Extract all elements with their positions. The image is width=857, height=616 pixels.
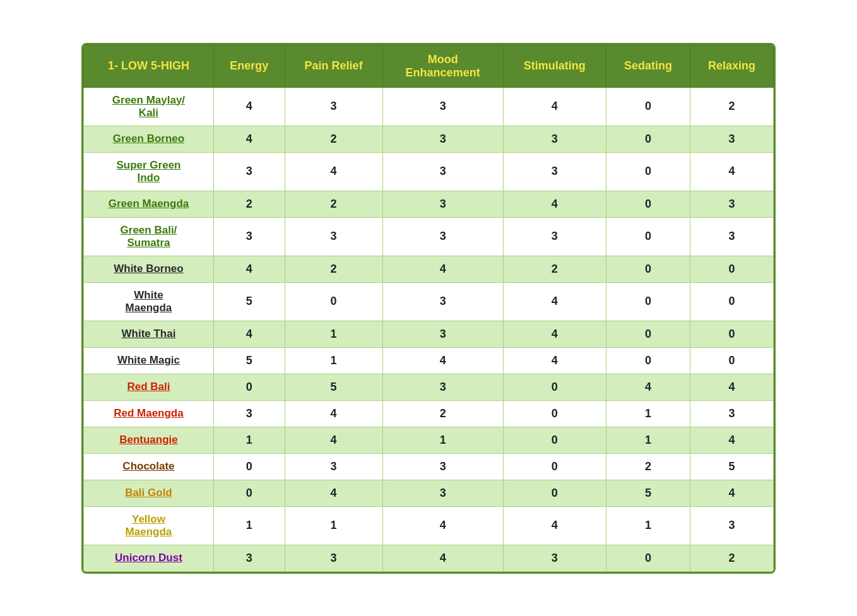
cell-mood: 2 bbox=[382, 400, 503, 427]
cell-mood: 3 bbox=[382, 217, 503, 256]
strain-name: Bentuangie bbox=[84, 427, 214, 453]
cell-mood: 3 bbox=[382, 87, 503, 126]
strain-name: Green Maylay/ Kali bbox=[84, 87, 214, 126]
cell-pain: 5 bbox=[285, 374, 382, 400]
cell-sed: 0 bbox=[606, 152, 690, 191]
col-header-scale: 1- LOW 5-HIGH bbox=[84, 45, 214, 87]
cell-sed: 0 bbox=[606, 126, 690, 152]
cell-stim: 4 bbox=[503, 321, 606, 347]
cell-energy: 4 bbox=[213, 87, 285, 126]
table-row: Super Green Indo343304 bbox=[84, 152, 774, 191]
cell-relax: 0 bbox=[690, 321, 774, 347]
cell-energy: 0 bbox=[213, 480, 285, 506]
cell-sed: 1 bbox=[606, 427, 690, 453]
cell-relax: 0 bbox=[690, 282, 774, 321]
cell-energy: 5 bbox=[213, 282, 285, 321]
cell-mood: 3 bbox=[382, 126, 503, 152]
cell-relax: 5 bbox=[690, 453, 774, 480]
cell-stim: 0 bbox=[503, 453, 606, 480]
col-header-pain: Pain Relief bbox=[285, 45, 382, 87]
strain-name: White Thai bbox=[84, 321, 214, 347]
cell-relax: 3 bbox=[690, 217, 774, 256]
cell-stim: 4 bbox=[503, 282, 606, 321]
strain-name: Red Bali bbox=[84, 374, 214, 400]
cell-stim: 4 bbox=[503, 191, 606, 217]
cell-stim: 4 bbox=[503, 87, 606, 126]
cell-sed: 0 bbox=[606, 282, 690, 321]
cell-relax: 2 bbox=[690, 87, 774, 126]
table-row: White Magic514400 bbox=[84, 347, 774, 374]
cell-stim: 3 bbox=[503, 126, 606, 152]
cell-sed: 2 bbox=[606, 453, 690, 480]
cell-mood: 1 bbox=[382, 427, 503, 453]
cell-mood: 4 bbox=[382, 545, 503, 571]
cell-sed: 1 bbox=[606, 506, 690, 545]
cell-stim: 3 bbox=[503, 217, 606, 256]
cell-energy: 0 bbox=[213, 374, 285, 400]
cell-pain: 3 bbox=[285, 453, 382, 480]
cell-pain: 1 bbox=[285, 321, 382, 347]
strain-name: Unicorn Dust bbox=[84, 545, 214, 571]
table-row: Bentuangie141014 bbox=[84, 427, 774, 453]
cell-pain: 3 bbox=[285, 545, 382, 571]
cell-mood: 4 bbox=[382, 506, 503, 545]
cell-sed: 0 bbox=[606, 217, 690, 256]
table-row: Red Maengda342013 bbox=[84, 400, 774, 427]
col-header-stimulating: Stimulating bbox=[503, 45, 606, 87]
strain-name: White Maengda bbox=[84, 282, 214, 321]
cell-stim: 3 bbox=[503, 545, 606, 571]
cell-sed: 0 bbox=[606, 191, 690, 217]
strain-name: White Borneo bbox=[84, 256, 214, 282]
strain-name: Super Green Indo bbox=[84, 152, 214, 191]
cell-relax: 3 bbox=[690, 191, 774, 217]
cell-pain: 3 bbox=[285, 217, 382, 256]
strain-name: Green Maengda bbox=[84, 191, 214, 217]
cell-stim: 4 bbox=[503, 506, 606, 545]
col-header-energy: Energy bbox=[213, 45, 285, 87]
cell-pain: 4 bbox=[285, 480, 382, 506]
strain-name: Yellow Maengda bbox=[84, 506, 214, 545]
cell-energy: 0 bbox=[213, 453, 285, 480]
cell-relax: 2 bbox=[690, 545, 774, 571]
cell-mood: 3 bbox=[382, 191, 503, 217]
cell-pain: 2 bbox=[285, 256, 382, 282]
cell-energy: 3 bbox=[213, 545, 285, 571]
cell-sed: 0 bbox=[606, 256, 690, 282]
cell-relax: 3 bbox=[690, 506, 774, 545]
strain-name: Green Borneo bbox=[84, 126, 214, 152]
strain-name: Chocolate bbox=[84, 453, 214, 480]
kratom-table: 1- LOW 5-HIGH Energy Pain Relief Mood En… bbox=[81, 43, 776, 574]
cell-sed: 1 bbox=[606, 400, 690, 427]
table-row: Green Bali/ Sumatra333303 bbox=[84, 217, 774, 256]
table-row: White Thai413400 bbox=[84, 321, 774, 347]
cell-pain: 4 bbox=[285, 152, 382, 191]
strain-name: Bali Gold bbox=[84, 480, 214, 506]
cell-mood: 3 bbox=[382, 152, 503, 191]
cell-energy: 4 bbox=[213, 126, 285, 152]
cell-mood: 3 bbox=[382, 453, 503, 480]
cell-energy: 4 bbox=[213, 256, 285, 282]
cell-stim: 0 bbox=[503, 400, 606, 427]
cell-energy: 4 bbox=[213, 321, 285, 347]
cell-pain: 1 bbox=[285, 506, 382, 545]
table-row: Green Maylay/ Kali433402 bbox=[84, 87, 774, 126]
cell-stim: 4 bbox=[503, 347, 606, 374]
cell-pain: 2 bbox=[285, 126, 382, 152]
table-row: Green Maengda223403 bbox=[84, 191, 774, 217]
cell-stim: 3 bbox=[503, 152, 606, 191]
col-header-sedating: Sedating bbox=[606, 45, 690, 87]
table-row: Chocolate033025 bbox=[84, 453, 774, 480]
cell-relax: 4 bbox=[690, 152, 774, 191]
table-row: Unicorn Dust334302 bbox=[84, 545, 774, 571]
cell-sed: 0 bbox=[606, 347, 690, 374]
cell-energy: 3 bbox=[213, 217, 285, 256]
cell-mood: 4 bbox=[382, 347, 503, 374]
cell-energy: 1 bbox=[213, 427, 285, 453]
cell-mood: 3 bbox=[382, 282, 503, 321]
table-row: White Borneo424200 bbox=[84, 256, 774, 282]
cell-sed: 0 bbox=[606, 321, 690, 347]
cell-stim: 0 bbox=[503, 374, 606, 400]
cell-stim: 0 bbox=[503, 480, 606, 506]
table-row: Green Borneo423303 bbox=[84, 126, 774, 152]
cell-relax: 4 bbox=[690, 374, 774, 400]
